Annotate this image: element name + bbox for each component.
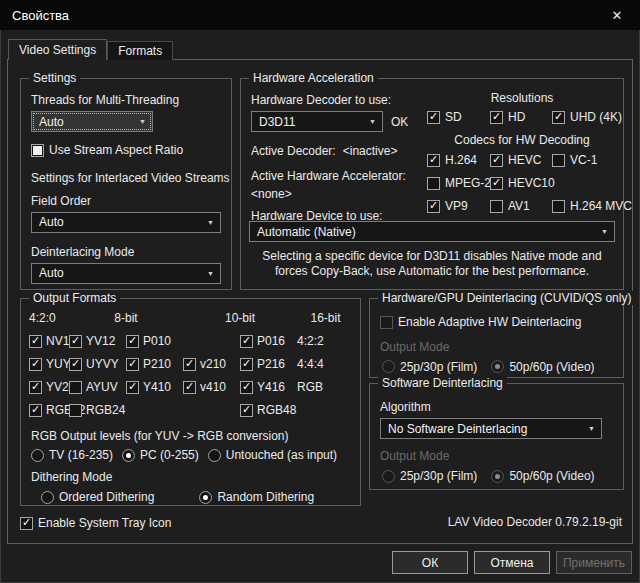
checkbox-p210[interactable]: P210 [126,357,183,371]
checkbox-p010[interactable]: P010 [126,334,183,348]
active-accelerator-value: <none> [251,187,425,201]
active-accelerator-label: Active Hardware Accelerator: [251,169,425,183]
checkbox-h264[interactable]: H.264 [427,153,490,167]
title-bar: Свойства ✕ [0,0,640,30]
checkbox-vc1[interactable]: VC-1 [552,153,632,167]
checkbox-label: Y410 [143,380,171,394]
checkbox-yv24[interactable]: YV24 [29,380,69,394]
hw-output-mode-radio-group: 25p/30p (Film) 50p/60p (Video) [382,360,623,374]
chevron-down-icon: ▼ [207,219,214,226]
checkbox-y410[interactable]: Y410 [126,380,183,394]
radio-pc-levels[interactable]: PC (0-255) [122,448,199,462]
checkbox-label: v410 [200,380,226,394]
checkbox-hevc[interactable]: HEVC [490,153,552,167]
window-title: Свойства [12,8,69,23]
hw-decoder-dropdown[interactable]: D3D11 ▼ [251,111,383,132]
dropdown-value: D3D11 [259,115,295,129]
checkbox-icon [240,404,253,417]
checkbox-label: UYVY [86,357,119,371]
radio-icon [208,449,221,462]
radio-icon [122,449,135,462]
active-decoder-value: <inactive> [343,144,398,158]
checkbox-label: UHD (4K) [570,110,622,124]
hw-device-dropdown[interactable]: Automatic (Native) ▼ [249,221,615,242]
checkbox-vp9[interactable]: VP9 [427,199,490,213]
threads-dropdown[interactable]: Auto ▼ [31,111,153,132]
checkbox-mpeg2[interactable]: MPEG-2 [427,176,490,190]
checkbox-uhd-4k[interactable]: UHD (4K) [552,110,622,124]
radio-icon [41,491,54,504]
radio-ordered-dithering[interactable]: Ordered Dithering [41,490,154,504]
checkbox-icon [69,358,82,371]
checkbox-icon [490,111,503,124]
checkbox-hevc10[interactable]: HEVC10 [490,176,552,190]
deinterlacing-mode-dropdown[interactable]: Auto ▼ [31,263,221,284]
sw-deint-algorithm-dropdown[interactable]: No Software Deinterlacing ▼ [380,418,602,439]
settings-group-title: Settings [29,71,80,85]
checkbox-icon [552,154,565,167]
checkbox-icon [126,358,139,371]
checkbox-uyvy[interactable]: UYVY [69,357,126,371]
row-label-422: 4:2:2 [297,334,354,348]
checkbox-icon [183,358,196,371]
field-order-dropdown[interactable]: Auto ▼ [31,212,221,233]
checkbox-rgb24[interactable]: RGB24 [69,403,126,417]
tab-bar: Video Settings Formats [8,39,173,60]
close-button[interactable]: ✕ [594,0,640,30]
checkbox-label: AYUV [86,380,118,394]
enable-system-tray-icon-checkbox[interactable]: Enable System Tray Icon [20,516,171,530]
checkbox-p216[interactable]: P216 [240,357,297,371]
radio-label: 25p/30p (Film) [400,469,477,483]
tab-content: Settings Threads for Multi-Threading Aut… [7,59,633,544]
checkbox-label: H.264 MVC [570,199,632,213]
dropdown-value: Auto [39,266,64,280]
radio-tv-levels[interactable]: TV (16-235) [31,448,113,462]
checkbox-y416[interactable]: Y416 [240,380,297,394]
settings-group: Settings Threads for Multi-Threading Aut… [20,78,232,290]
tab-formats[interactable]: Formats [107,41,173,60]
checkbox-nv12[interactable]: NV12 [29,334,69,348]
checkbox-hd[interactable]: HD [490,110,552,124]
checkbox-label: HEVC [508,153,541,167]
ok-button[interactable]: ОК [392,551,468,574]
checkbox-rgb48[interactable]: RGB48 [240,403,297,417]
output-formats-group-title: Output Formats [29,291,120,305]
cancel-button[interactable]: Отмена [474,551,550,574]
checkbox-yv12[interactable]: YV12 [69,334,126,348]
checkbox-v210[interactable]: v210 [183,357,240,371]
checkbox-icon [552,111,565,124]
checkbox-icon [29,358,42,371]
checkbox-label: RGB24 [86,403,125,417]
use-stream-aspect-ratio-checkbox[interactable]: Use Stream Aspect Ratio [31,143,183,157]
checkbox-label: HD [508,110,525,124]
close-icon: ✕ [612,8,623,23]
checkbox-icon [427,154,440,167]
checkbox-label: P210 [143,357,171,371]
checkbox-label: RGB48 [257,403,296,417]
checkbox-h264-mvc[interactable]: H.264 MVC [552,199,632,213]
checkbox-icon [240,335,253,348]
checkbox-ayuv[interactable]: AYUV [69,380,126,394]
dithering-mode-label: Dithering Mode [31,470,360,484]
dropdown-value: Automatic (Native) [257,225,356,239]
radio-untouched-levels[interactable]: Untouched (as input) [208,448,337,462]
checkbox-label: P216 [257,357,285,371]
checkbox-icon [69,381,82,394]
dropdown-value: Auto [39,115,64,129]
checkbox-label: HEVC10 [508,176,555,190]
radio-label: 50p/60p (Video) [509,360,594,374]
radio-icon [199,491,212,504]
checkbox-sd[interactable]: SD [427,110,490,124]
checkbox-yuy2[interactable]: YUY2 [29,357,69,371]
checkbox-rgb32[interactable]: RGB32 [29,403,69,417]
row-label-420: 4:2:0 [29,311,69,325]
checkbox-v410[interactable]: v410 [183,380,240,394]
adaptive-hw-deint-checkbox: Enable Adaptive HW Deinterlacing [380,315,581,329]
checkbox-label: H.264 [445,153,477,167]
checkbox-av1[interactable]: AV1 [490,199,552,213]
checkbox-p016[interactable]: P016 [240,334,297,348]
row-label-rgb: RGB [297,380,354,394]
radio-label: Random Dithering [217,490,314,504]
tab-video-settings[interactable]: Video Settings [8,39,107,60]
radio-random-dithering[interactable]: Random Dithering [199,490,314,504]
